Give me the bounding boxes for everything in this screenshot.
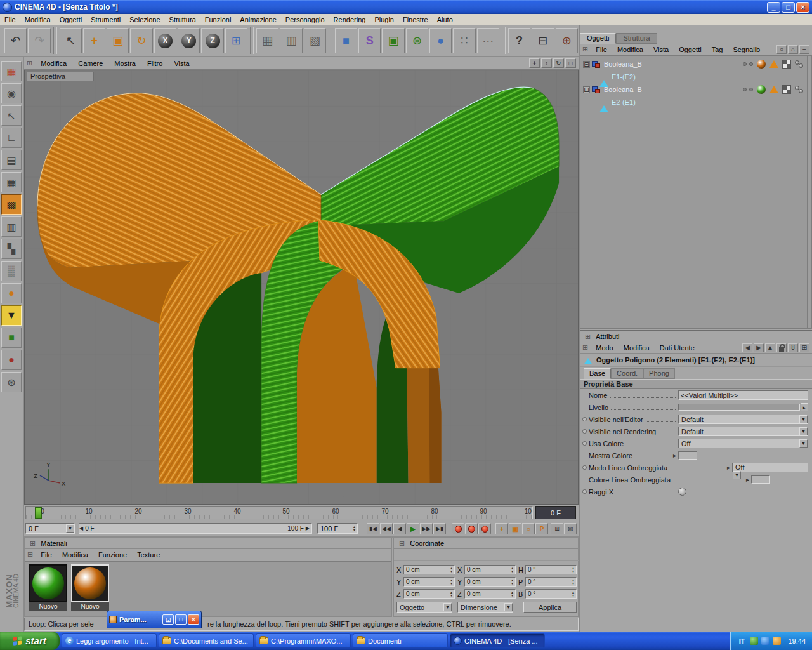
view-panel-button[interactable]: ◉ [1, 83, 22, 103]
mat-menu-texture[interactable]: Texture [132, 551, 165, 559]
menu-modifica[interactable]: Modifica [20, 16, 55, 23]
go-to-start-button[interactable]: ▮◀ [367, 523, 379, 534]
rotation-h-field[interactable]: 0 °▴▾ [525, 565, 577, 574]
minimize-button[interactable]: _ [767, 2, 780, 13]
range-slider[interactable]: ◀ 0 F 100 F ▶ [79, 523, 312, 534]
param-restore-button[interactable]: ◱ [162, 614, 174, 625]
orbit-view-button[interactable]: ↻ [553, 58, 564, 68]
history-back-button[interactable]: ◀ [742, 343, 752, 352]
timeline-ruler[interactable]: 0 10 20 30 40 50 60 70 80 90 100 [25, 506, 533, 519]
mode-object-dropdown[interactable]: Oggetto ▾ [396, 602, 452, 613]
size-z-field[interactable]: 0 cm▴▾ [464, 589, 516, 599]
add-primitive-button[interactable]: ■ [335, 28, 357, 53]
animatable-dot[interactable] [582, 441, 587, 446]
add-particles-button[interactable]: ··· [477, 28, 499, 53]
material-thumbnail[interactable] [29, 564, 67, 602]
rotation-b-field[interactable]: 0 °▴▾ [525, 589, 577, 599]
content-browser-button[interactable]: ⊕ [556, 28, 578, 53]
lock-x-button[interactable]: X [154, 28, 176, 53]
raggi-x-checkbox[interactable] [678, 488, 686, 496]
dropdown-arrow-icon[interactable]: ▾ [504, 603, 513, 611]
snap-tool-button[interactable]: ▼ [1, 305, 22, 326]
slider-arrow-button[interactable]: ▸ [801, 403, 808, 411]
mode-size-dropdown[interactable]: Dimensione ▾ [457, 602, 513, 613]
menu-animazione[interactable]: Animazione [235, 16, 280, 23]
texture-mode-button[interactable]: ▚ [1, 239, 22, 259]
material-item-orange[interactable]: Nuovo [71, 564, 109, 611]
size-x-field[interactable]: 0 cm▴▾ [464, 565, 516, 574]
add-modeling-button[interactable]: ▣ [382, 28, 404, 53]
tree-row-booleana-2[interactable]: ⊟ Booleana_B [580, 83, 808, 96]
rotate-tool-button[interactable]: ↻ [130, 28, 152, 53]
expand-arrow-icon[interactable]: ▸ [727, 464, 730, 471]
animatable-dot[interactable] [582, 489, 587, 494]
render-editor-button[interactable]: ▧ [304, 28, 326, 53]
current-frame-combo[interactable]: 0 F ▾ [25, 523, 75, 534]
animatable-dot[interactable] [582, 429, 587, 434]
tray-icon[interactable] [750, 637, 758, 645]
make-editable-button[interactable]: ↖ [1, 105, 22, 126]
uv-tool-button[interactable]: ● [1, 283, 22, 303]
expand-arrow-icon[interactable]: ▸ [746, 476, 749, 483]
previous-frame-button[interactable]: ◀ [393, 523, 406, 534]
new-panel-button[interactable]: ⊞ [799, 343, 809, 352]
parent-object-button[interactable]: ▲ [765, 343, 775, 352]
add-environment-button[interactable]: ● [429, 28, 452, 53]
model-mode-button[interactable]: ▤ [1, 150, 22, 170]
length-field[interactable]: 100 F ▴▾ [317, 523, 358, 534]
viewport-canvas[interactable]: Z Y X [24, 70, 579, 505]
zoom-view-button[interactable]: ↕ [541, 58, 552, 68]
move-tool-button[interactable]: + [83, 28, 105, 53]
menu-funzioni[interactable]: Funzioni [200, 16, 236, 23]
mat-menu-funzione[interactable]: Funzione [93, 551, 132, 559]
sticky-button[interactable]: 8 [788, 343, 798, 352]
menu-rendering[interactable]: Rendering [329, 16, 370, 23]
position-x-field[interactable]: 0 cm▴▾ [403, 565, 455, 574]
taskbar-item-documents[interactable]: C:\Documents and Se... [159, 633, 254, 648]
scale-tool-button[interactable]: ▣ [107, 28, 129, 53]
history-forward-button[interactable]: ▶ [754, 343, 764, 352]
render-settings-button[interactable]: ▥ [280, 28, 302, 53]
om-menu-segnalib[interactable]: Segnalib [728, 46, 765, 53]
mat-menu-file[interactable]: File [36, 551, 57, 559]
tree-row-e2[interactable]: E2-(E1) [580, 96, 808, 109]
param-floating-window[interactable]: Param... ◱ □ × [107, 611, 202, 628]
collapse-button[interactable]: − [799, 45, 809, 54]
help-button[interactable]: ? [508, 28, 530, 53]
toggle-view-button[interactable]: □ [565, 58, 576, 68]
tree-row-booleana-1[interactable]: ⊟ Booleana_B [580, 58, 808, 70]
add-spline-button[interactable]: S [358, 28, 381, 53]
tray-icon[interactable] [761, 637, 769, 645]
dropdown-arrow-icon[interactable]: ▾ [799, 427, 808, 435]
tree-scrollbar[interactable] [807, 55, 812, 329]
coordinate-system-button[interactable]: ⊞ [225, 28, 247, 53]
visibile-editor-dropdown[interactable]: Default ▾ [678, 415, 808, 424]
visibility-dots[interactable] [743, 88, 757, 91]
menu-struttura[interactable]: Struttura [165, 16, 200, 23]
edges-mode-button[interactable]: ▥ [1, 216, 22, 237]
attr-menu-modo[interactable]: Modo [591, 344, 619, 352]
param-close-button[interactable]: × [188, 614, 199, 625]
modeling-cube-button[interactable]: ■ [1, 328, 22, 348]
taskbar-item-programmi[interactable]: C:\Programmi\MAXO... [256, 633, 351, 648]
language-indicator[interactable]: IT [739, 637, 745, 645]
record-options-button[interactable] [478, 523, 491, 534]
visibile-rendering-dropdown[interactable]: Default ▾ [678, 427, 808, 436]
expand-arrow-icon[interactable]: ▸ [673, 452, 676, 459]
camera-label[interactable]: Prospettiva [27, 72, 94, 81]
next-frame-button[interactable]: ▶▶ [420, 523, 433, 534]
tab-struttura[interactable]: Struttura [616, 33, 657, 44]
material-name[interactable]: Nuovo [71, 602, 109, 611]
menu-file[interactable]: File [0, 16, 20, 23]
lock-button[interactable] [776, 343, 787, 352]
menu-plugin[interactable]: Plugin [370, 16, 398, 23]
go-to-end-button[interactable]: ▶▮ [433, 523, 446, 534]
previous-key-button[interactable]: ◀◀ [380, 523, 393, 534]
section-proprieta-base[interactable]: Proprietà Base [580, 379, 812, 389]
compositing-tag-icon[interactable] [795, 85, 804, 94]
search-button[interactable]: ○ [776, 45, 787, 54]
texture-axis-button[interactable]: ▒ [1, 261, 22, 281]
object-axis-button[interactable]: ∟ [1, 128, 22, 148]
tab-phong[interactable]: Phong [643, 368, 675, 379]
keyframe-grid-button[interactable]: ⊞ [551, 523, 563, 534]
